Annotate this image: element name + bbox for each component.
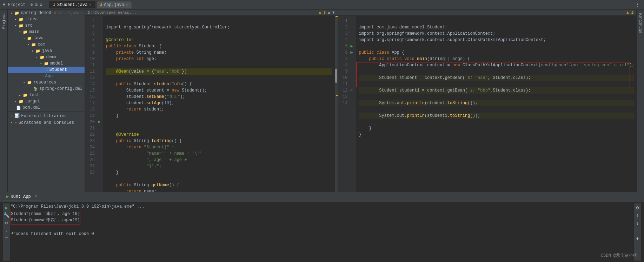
bottom-down-icon[interactable]: ↓	[636, 221, 639, 226]
run-tab-close[interactable]: ×	[35, 194, 37, 199]
root-label: spring-demo3	[21, 11, 51, 15]
java-label: java	[33, 36, 44, 41]
editor-tabs: J Student.java × J App.java ×	[49, 1, 132, 8]
arrow-src	[15, 24, 16, 28]
toolbar-btn-3[interactable]: ⚙	[40, 2, 42, 7]
sidebar-item-main[interactable]: 📁 main	[8, 29, 85, 35]
editor-pane-app: ▲ 1 1 2 3 4 5 6 7 8 9 10 11 12 13	[338, 10, 636, 192]
pom-label: pom.xml	[22, 105, 40, 110]
warning-count-app: ▲ 1	[626, 11, 633, 15]
sidebar-item-demo[interactable]: 📁 demo	[8, 54, 85, 60]
resources-label: resources	[33, 80, 56, 85]
sidebar-root[interactable]: 📁 spring-demo3 D:\Code\java-ee\sp...	[8, 10, 85, 16]
sidebar-item-app[interactable]: J App	[8, 73, 85, 79]
project-menu[interactable]: ▼ Project	[3, 2, 26, 7]
tab-app-close[interactable]: ×	[126, 3, 128, 7]
folder-icon-test: 📁	[23, 93, 28, 98]
sidebar-item-java[interactable]: 📁 java	[8, 35, 85, 41]
app-file-label: App	[45, 74, 53, 79]
arrow-scratches	[11, 121, 12, 125]
watermark: CSDN @悲伤猪小猪	[601, 253, 637, 258]
title-bar: ▼ Project ⊕ ≡ ⚙ J Student.java × J App.j…	[0, 0, 644, 10]
bottom-panel: ▶ Run: App × ▶ 🔧 ↺ ⇓ = "C:\Program Files…	[0, 192, 644, 262]
toolbar-btn-2[interactable]: ≡	[35, 2, 38, 7]
bottom-content: ▶ 🔧 ↺ ⇓ = "C:\Program Files\Java\jdk1.8.…	[0, 202, 644, 262]
warning-up-student[interactable]: ▲	[328, 11, 330, 15]
sidebar-item-test[interactable]: 📁 test	[8, 92, 85, 98]
console-line-output2: Student{name='李四', age=19}	[11, 217, 80, 223]
sidebar-item-model[interactable]: 📁 model	[8, 60, 85, 67]
gutter-app: ▶ ▶ ⊕	[351, 16, 356, 192]
scroll-btn[interactable]: ⇓	[5, 227, 8, 233]
stop-btn[interactable]: 🔧	[4, 212, 9, 218]
sidebar-item-scratches[interactable]: ✏ Scratches and Consoles	[8, 119, 85, 126]
sidebar-item-resources[interactable]: 📁 resources	[8, 79, 85, 86]
idea-label: .idea	[25, 17, 38, 22]
arrow-target	[15, 100, 16, 103]
warning-indicator-student	[336, 16, 338, 17]
arrow-root	[11, 11, 12, 15]
editor-header-app: ▲ 1	[338, 10, 636, 16]
tab-app[interactable]: J App.java ×	[96, 1, 132, 8]
sidebar-item-idea[interactable]: 📁 .idea	[8, 16, 85, 22]
run-config-label: App	[23, 194, 31, 199]
sidebar-item-com[interactable]: 📁 com	[8, 41, 85, 48]
console-blank	[11, 224, 633, 231]
demo-label: demo	[46, 55, 56, 60]
bottom-left-strip: ▶ 🔧 ↺ ⇓ =	[3, 203, 11, 261]
code-area-student[interactable]: 4 5 6 7 8 9 10 11 12 13 14 15 16 17 18 1…	[85, 16, 338, 192]
sidebar-item-pom[interactable]: 📄 pom.xml	[8, 105, 85, 111]
sidebar-item-external-libs[interactable]: 📊 External Libraries	[8, 113, 85, 119]
arrow-java-inner	[32, 49, 33, 53]
warning-down-student[interactable]: ▼	[332, 11, 335, 15]
console-line-exit: Process finished with exit code 0	[11, 231, 633, 237]
scroll-track-student[interactable]	[335, 16, 338, 192]
tab-app-label: App.java	[104, 2, 124, 7]
main-label: main	[29, 29, 39, 34]
bottom-gear-icon[interactable]: ⚙	[636, 205, 639, 211]
sidebar-item-java-inner[interactable]: 📁 java	[8, 48, 85, 54]
folder-icon-java-inner: 📁	[35, 49, 40, 53]
run-btn[interactable]: ▶	[5, 205, 8, 211]
sidebar-item-student[interactable]: J Student	[8, 67, 85, 73]
title-bar-right: ⋮	[633, 1, 641, 8]
output-box: Student{name='李四', age=19} Student{name=…	[11, 210, 80, 224]
target-label: target	[25, 99, 40, 104]
sidebar-item-spring-config[interactable]: 🍃 spring-config.xml	[8, 86, 85, 92]
structure-icon[interactable]: Structure	[638, 11, 643, 35]
scratches-icon: ✏	[14, 120, 17, 125]
arrow-main	[19, 30, 21, 34]
editor-pane-student: D:\Code\java-ee\sp... ▲ 3 ▲ ▼ 4 5 6 7 8 …	[85, 10, 338, 192]
run-tab[interactable]: ▶ Run: App ×	[3, 193, 41, 201]
code-content-app[interactable]: import com.java.demo.model.Student; impo…	[356, 16, 636, 192]
sidebar-item-target[interactable]: 📁 target	[8, 98, 85, 105]
scroll-thumb-student[interactable]	[335, 69, 337, 83]
restart-btn[interactable]: ↺	[5, 220, 8, 226]
console-output: "C:\Program Files\Java\jdk1.8.0_192\bin\…	[11, 203, 633, 261]
bottom-up-icon[interactable]: ↑	[636, 213, 639, 219]
sidebar-item-src[interactable]: 📁 src	[8, 22, 85, 29]
run-tab-label: Run:	[11, 194, 21, 199]
more-options-icon[interactable]: ⋮	[633, 1, 641, 8]
project-tab-vertical[interactable]: Project	[0, 10, 7, 32]
tab-student[interactable]: J Student.java ×	[49, 1, 95, 8]
tab-student-close[interactable]: ×	[89, 3, 92, 7]
arrow-demo	[36, 55, 38, 59]
bottom-minus-icon[interactable]: −	[636, 228, 639, 234]
folder-icon-idea: 📁	[19, 17, 24, 22]
bottom-plus-icon[interactable]: +	[636, 236, 639, 242]
folder-icon-demo: 📁	[40, 55, 45, 60]
root-path: D:\Code\java-ee\sp...	[54, 11, 85, 15]
code-area-app[interactable]: 1 2 3 4 5 6 7 8 9 10 11 12 13 14	[338, 16, 636, 192]
java-file-icon-student: J	[46, 68, 48, 72]
filter-btn[interactable]: =	[5, 234, 8, 240]
ext-libs-label: External Libraries	[21, 114, 67, 119]
arrow-idea	[15, 18, 16, 21]
java-file-icon-app: J	[41, 74, 44, 78]
code-content-student[interactable]: import org.springframework.stereotype.Co…	[103, 16, 335, 192]
line-numbers-student: 4 5 6 7 8 9 10 11 12 13 14 15 16 17 18 1…	[85, 16, 98, 192]
toolbar-btn-1[interactable]: ⊕	[31, 2, 33, 7]
editor-header-student: D:\Code\java-ee\sp... ▲ 3 ▲ ▼	[85, 10, 338, 16]
project-tree: 📁 spring-demo3 D:\Code\java-ee\sp... 📁 .…	[8, 10, 85, 192]
tab-student-label: Student.java	[57, 2, 87, 7]
